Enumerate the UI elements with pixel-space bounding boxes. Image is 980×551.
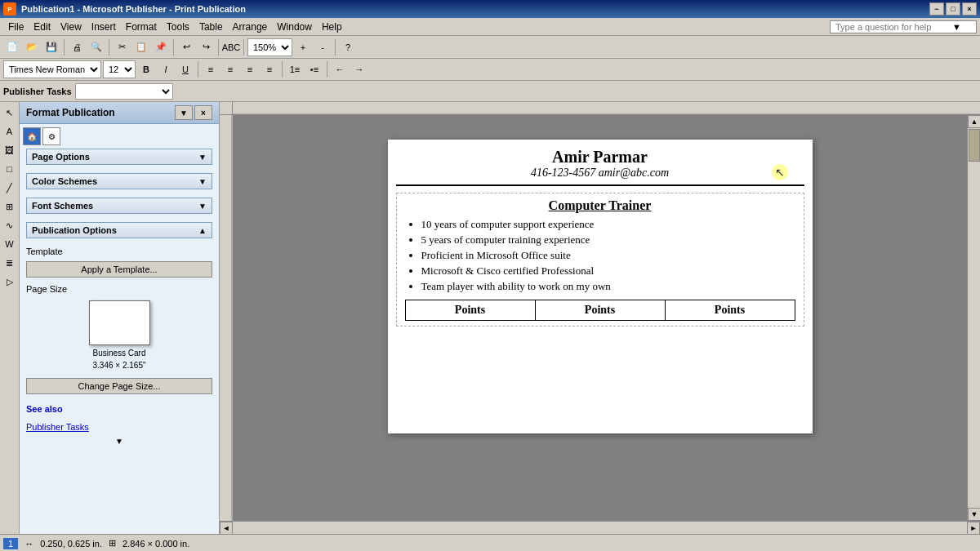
page-number[interactable]: 1 (3, 538, 18, 549)
toolbar-sep-5 (243, 39, 244, 56)
menu-format[interactable]: Format (121, 20, 162, 34)
expand-button[interactable]: ▷ (1, 273, 19, 291)
redo-button[interactable]: ↪ (197, 38, 215, 56)
new-button[interactable]: 📄 (3, 38, 21, 56)
menu-tools[interactable]: Tools (162, 20, 194, 34)
picture-tool[interactable]: 🖼 (1, 141, 19, 159)
scroll-left-button[interactable]: ◄ (220, 522, 233, 535)
horizontal-scrollbar[interactable]: ◄ ► (220, 521, 980, 534)
color-schemes-section: Color Schemes ▼ (20, 170, 219, 194)
wordart-tool[interactable]: W (1, 235, 19, 253)
italic-button[interactable]: I (157, 60, 175, 78)
bold-button[interactable]: B (137, 60, 155, 78)
undo-button[interactable]: ↩ (177, 38, 195, 56)
points-table: Points Points Points (405, 300, 795, 321)
scroll-down-button[interactable]: ▼ (968, 508, 980, 521)
scroll-up-button[interactable]: ▲ (968, 115, 980, 128)
menu-file[interactable]: File (3, 20, 29, 34)
print-button[interactable]: 🖨 (68, 38, 86, 56)
spell-button[interactable]: ABC (222, 38, 240, 56)
menu-window[interactable]: Window (272, 20, 317, 34)
vertical-scrollbar[interactable]: ▲ ▼ (967, 115, 980, 521)
table-row: Points Points Points (405, 300, 795, 321)
font-schemes-button[interactable]: Font Schemes ▼ (26, 198, 212, 214)
minimize-button[interactable]: − (929, 2, 944, 16)
table-tool[interactable]: ⊞ (1, 198, 19, 216)
menu-view[interactable]: View (56, 20, 87, 34)
font-family-dropdown[interactable]: Times New Roman (3, 60, 101, 78)
taskpane-dropdown[interactable] (75, 83, 173, 100)
status-icon-2: ⊞ (109, 538, 116, 549)
align-justify-button[interactable]: ≡ (261, 60, 278, 78)
status-bar: 1 ↔ 0.250, 0.625 in. ⊞ 2.846 × 0.000 in. (0, 534, 980, 551)
menu-insert[interactable]: Insert (87, 20, 121, 34)
save-button[interactable]: 💾 (42, 38, 60, 56)
panel-close-icon[interactable]: × (194, 105, 212, 120)
decrease-indent-button[interactable]: ← (331, 60, 349, 78)
connector-tool[interactable]: ∿ (1, 216, 19, 234)
table-cell-1: Points (405, 300, 535, 321)
canvas-scroll[interactable]: Amir Parmar 416-123-4567 amir@abc.com Co… (233, 115, 967, 521)
increase-indent-button[interactable]: → (350, 60, 368, 78)
panel-down-icon[interactable]: ▼ (175, 105, 193, 120)
color-schemes-button[interactable]: Color Schemes ▼ (26, 173, 212, 189)
cut-button[interactable]: ✂ (113, 38, 131, 56)
panel-tab-settings[interactable]: ⚙ (42, 127, 60, 145)
page-options-button[interactable]: Page Options ▼ (26, 149, 212, 165)
job-title: Computer Trainer (405, 198, 795, 213)
text-tool[interactable]: A (1, 122, 19, 140)
align-center-button[interactable]: ≡ (221, 60, 239, 78)
format-publication-panel: Format Publication ▼ × 🏠 ⚙ Page Options … (20, 102, 220, 534)
underline-button[interactable]: U (176, 60, 194, 78)
scroll-thumb-v[interactable] (969, 129, 980, 162)
color-schemes-arrow: ▼ (198, 177, 207, 186)
help-box[interactable]: ▼ (830, 20, 977, 33)
zoom-in-button[interactable]: + (294, 38, 312, 56)
pointer-tool[interactable]: ↖ (1, 104, 19, 122)
font-size-dropdown[interactable]: 12 (103, 60, 136, 78)
copy-button[interactable]: 📋 (132, 38, 150, 56)
taskpane-label: Publisher Tasks (3, 87, 72, 96)
help-button[interactable]: ? (339, 38, 357, 56)
help-input[interactable] (835, 22, 950, 32)
catalog-tool[interactable]: ≣ (1, 254, 19, 272)
zoom-out-button[interactable]: - (314, 38, 332, 56)
panel-tab-home[interactable]: 🏠 (23, 127, 41, 145)
line-tool[interactable]: ╱ (1, 179, 19, 197)
shapes-tool[interactable]: □ (1, 160, 19, 178)
fmt-sep-3 (327, 61, 327, 78)
status-coord: 0.250, 0.625 in. (40, 539, 102, 549)
font-schemes-label: Font Schemes (32, 201, 93, 211)
menu-help[interactable]: Help (317, 20, 347, 34)
zoom-dropdown[interactable]: 150% 100% 75% (247, 38, 292, 56)
menu-arrange[interactable]: Arrange (228, 20, 273, 34)
ruler-corner (220, 102, 233, 115)
numbering-button[interactable]: 1≡ (286, 60, 304, 78)
canvas-area: Amir Parmar 416-123-4567 amir@abc.com Co… (220, 102, 980, 534)
close-button[interactable]: × (962, 2, 977, 16)
change-page-size-button[interactable]: Change Page Size... (26, 378, 212, 394)
taskpane-bar: Publisher Tasks (0, 81, 980, 102)
align-right-button[interactable]: ≡ (241, 60, 259, 78)
open-button[interactable]: 📂 (23, 38, 41, 56)
page-options-arrow: ▼ (198, 153, 207, 162)
paste-button[interactable]: 📌 (152, 38, 170, 56)
person-name: Amir Parmar (396, 148, 804, 167)
scroll-right-button[interactable]: ► (967, 522, 980, 535)
panel-scroll-down-icon: ▼ (115, 437, 123, 446)
fmt-sep-1 (198, 61, 198, 78)
bullets-button[interactable]: •≡ (305, 60, 323, 78)
svg-rect-2 (220, 115, 233, 521)
panel-tabs: 🏠 ⚙ (20, 124, 219, 145)
restore-button[interactable]: □ (946, 2, 960, 16)
publisher-tasks-link[interactable]: Publisher Tasks (20, 420, 219, 433)
preview-button[interactable]: 🔍 (87, 38, 105, 56)
table-cell-2: Points (535, 300, 665, 321)
table-cell-3: Points (665, 300, 795, 321)
apply-template-button[interactable]: Apply a Template... (26, 261, 212, 278)
menu-edit[interactable]: Edit (29, 20, 56, 34)
align-left-button[interactable]: ≡ (202, 60, 220, 78)
menu-table[interactable]: Table (194, 20, 228, 34)
publication-options-button[interactable]: Publication Options ▲ (26, 222, 212, 238)
ruler-row (220, 102, 980, 115)
